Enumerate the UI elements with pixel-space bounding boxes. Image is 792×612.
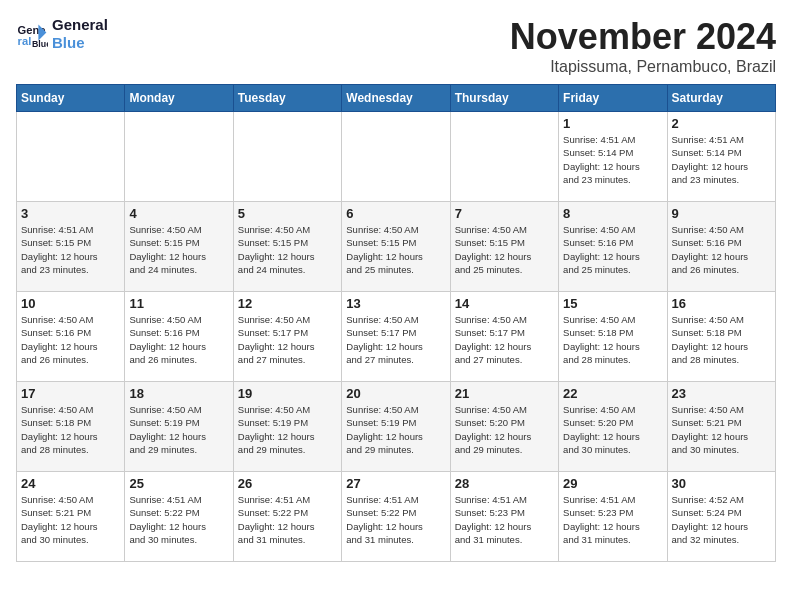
weekday-header: Friday [559, 85, 667, 112]
day-number: 6 [346, 206, 445, 221]
day-number: 28 [455, 476, 554, 491]
logo: Gene ral Blue General Blue [16, 16, 108, 52]
calendar-week-row: 24Sunrise: 4:50 AMSunset: 5:21 PMDayligh… [17, 472, 776, 562]
weekday-header: Sunday [17, 85, 125, 112]
day-info: Sunrise: 4:50 AMSunset: 5:17 PMDaylight:… [455, 313, 554, 366]
calendar-cell: 19Sunrise: 4:50 AMSunset: 5:19 PMDayligh… [233, 382, 341, 472]
day-info: Sunrise: 4:50 AMSunset: 5:21 PMDaylight:… [21, 493, 120, 546]
calendar-cell: 7Sunrise: 4:50 AMSunset: 5:15 PMDaylight… [450, 202, 558, 292]
day-info: Sunrise: 4:51 AMSunset: 5:22 PMDaylight:… [129, 493, 228, 546]
day-info: Sunrise: 4:51 AMSunset: 5:23 PMDaylight:… [455, 493, 554, 546]
day-number: 24 [21, 476, 120, 491]
day-number: 19 [238, 386, 337, 401]
calendar-cell: 5Sunrise: 4:50 AMSunset: 5:15 PMDaylight… [233, 202, 341, 292]
day-info: Sunrise: 4:50 AMSunset: 5:19 PMDaylight:… [238, 403, 337, 456]
day-info: Sunrise: 4:50 AMSunset: 5:21 PMDaylight:… [672, 403, 771, 456]
day-info: Sunrise: 4:51 AMSunset: 5:14 PMDaylight:… [672, 133, 771, 186]
calendar-cell: 13Sunrise: 4:50 AMSunset: 5:17 PMDayligh… [342, 292, 450, 382]
day-number: 21 [455, 386, 554, 401]
day-info: Sunrise: 4:50 AMSunset: 5:15 PMDaylight:… [455, 223, 554, 276]
day-number: 8 [563, 206, 662, 221]
day-info: Sunrise: 4:52 AMSunset: 5:24 PMDaylight:… [672, 493, 771, 546]
calendar-cell [233, 112, 341, 202]
day-info: Sunrise: 4:50 AMSunset: 5:15 PMDaylight:… [238, 223, 337, 276]
calendar-cell: 21Sunrise: 4:50 AMSunset: 5:20 PMDayligh… [450, 382, 558, 472]
calendar-cell: 27Sunrise: 4:51 AMSunset: 5:22 PMDayligh… [342, 472, 450, 562]
day-number: 13 [346, 296, 445, 311]
day-info: Sunrise: 4:50 AMSunset: 5:16 PMDaylight:… [672, 223, 771, 276]
day-info: Sunrise: 4:51 AMSunset: 5:23 PMDaylight:… [563, 493, 662, 546]
calendar-cell: 3Sunrise: 4:51 AMSunset: 5:15 PMDaylight… [17, 202, 125, 292]
day-info: Sunrise: 4:50 AMSunset: 5:20 PMDaylight:… [563, 403, 662, 456]
day-info: Sunrise: 4:51 AMSunset: 5:15 PMDaylight:… [21, 223, 120, 276]
day-number: 17 [21, 386, 120, 401]
calendar-cell: 1Sunrise: 4:51 AMSunset: 5:14 PMDaylight… [559, 112, 667, 202]
calendar-cell: 16Sunrise: 4:50 AMSunset: 5:18 PMDayligh… [667, 292, 775, 382]
day-info: Sunrise: 4:51 AMSunset: 5:22 PMDaylight:… [238, 493, 337, 546]
calendar-cell [342, 112, 450, 202]
calendar-title: November 2024 [510, 16, 776, 58]
logo-line2: Blue [52, 34, 108, 52]
calendar-week-row: 1Sunrise: 4:51 AMSunset: 5:14 PMDaylight… [17, 112, 776, 202]
day-number: 5 [238, 206, 337, 221]
calendar-cell: 24Sunrise: 4:50 AMSunset: 5:21 PMDayligh… [17, 472, 125, 562]
day-info: Sunrise: 4:50 AMSunset: 5:18 PMDaylight:… [563, 313, 662, 366]
day-info: Sunrise: 4:50 AMSunset: 5:17 PMDaylight:… [238, 313, 337, 366]
weekday-header: Monday [125, 85, 233, 112]
calendar-cell: 28Sunrise: 4:51 AMSunset: 5:23 PMDayligh… [450, 472, 558, 562]
day-info: Sunrise: 4:50 AMSunset: 5:18 PMDaylight:… [672, 313, 771, 366]
day-info: Sunrise: 4:51 AMSunset: 5:22 PMDaylight:… [346, 493, 445, 546]
day-info: Sunrise: 4:51 AMSunset: 5:14 PMDaylight:… [563, 133, 662, 186]
page-header: Gene ral Blue General Blue November 2024… [16, 16, 776, 76]
day-info: Sunrise: 4:50 AMSunset: 5:15 PMDaylight:… [346, 223, 445, 276]
day-info: Sunrise: 4:50 AMSunset: 5:16 PMDaylight:… [563, 223, 662, 276]
day-number: 4 [129, 206, 228, 221]
day-number: 11 [129, 296, 228, 311]
day-info: Sunrise: 4:50 AMSunset: 5:18 PMDaylight:… [21, 403, 120, 456]
day-number: 26 [238, 476, 337, 491]
day-number: 27 [346, 476, 445, 491]
day-number: 2 [672, 116, 771, 131]
calendar-cell: 30Sunrise: 4:52 AMSunset: 5:24 PMDayligh… [667, 472, 775, 562]
calendar-week-row: 10Sunrise: 4:50 AMSunset: 5:16 PMDayligh… [17, 292, 776, 382]
day-number: 15 [563, 296, 662, 311]
logo-line1: General [52, 16, 108, 34]
calendar-cell: 17Sunrise: 4:50 AMSunset: 5:18 PMDayligh… [17, 382, 125, 472]
day-number: 10 [21, 296, 120, 311]
header-row: SundayMondayTuesdayWednesdayThursdayFrid… [17, 85, 776, 112]
day-info: Sunrise: 4:50 AMSunset: 5:16 PMDaylight:… [21, 313, 120, 366]
calendar-week-row: 3Sunrise: 4:51 AMSunset: 5:15 PMDaylight… [17, 202, 776, 292]
weekday-header: Thursday [450, 85, 558, 112]
day-number: 7 [455, 206, 554, 221]
calendar-header: SundayMondayTuesdayWednesdayThursdayFrid… [17, 85, 776, 112]
day-info: Sunrise: 4:50 AMSunset: 5:19 PMDaylight:… [129, 403, 228, 456]
day-info: Sunrise: 4:50 AMSunset: 5:15 PMDaylight:… [129, 223, 228, 276]
day-number: 9 [672, 206, 771, 221]
svg-text:Blue: Blue [32, 39, 48, 49]
calendar-cell: 20Sunrise: 4:50 AMSunset: 5:19 PMDayligh… [342, 382, 450, 472]
day-number: 14 [455, 296, 554, 311]
calendar-cell [17, 112, 125, 202]
calendar-table: SundayMondayTuesdayWednesdayThursdayFrid… [16, 84, 776, 562]
day-number: 25 [129, 476, 228, 491]
calendar-cell: 2Sunrise: 4:51 AMSunset: 5:14 PMDaylight… [667, 112, 775, 202]
calendar-subtitle: Itapissuma, Pernambuco, Brazil [510, 58, 776, 76]
calendar-cell: 23Sunrise: 4:50 AMSunset: 5:21 PMDayligh… [667, 382, 775, 472]
weekday-header: Tuesday [233, 85, 341, 112]
calendar-cell: 22Sunrise: 4:50 AMSunset: 5:20 PMDayligh… [559, 382, 667, 472]
day-info: Sunrise: 4:50 AMSunset: 5:20 PMDaylight:… [455, 403, 554, 456]
day-number: 23 [672, 386, 771, 401]
calendar-cell: 6Sunrise: 4:50 AMSunset: 5:15 PMDaylight… [342, 202, 450, 292]
calendar-cell: 4Sunrise: 4:50 AMSunset: 5:15 PMDaylight… [125, 202, 233, 292]
calendar-week-row: 17Sunrise: 4:50 AMSunset: 5:18 PMDayligh… [17, 382, 776, 472]
day-number: 16 [672, 296, 771, 311]
day-number: 1 [563, 116, 662, 131]
calendar-cell: 9Sunrise: 4:50 AMSunset: 5:16 PMDaylight… [667, 202, 775, 292]
day-info: Sunrise: 4:50 AMSunset: 5:16 PMDaylight:… [129, 313, 228, 366]
calendar-cell: 14Sunrise: 4:50 AMSunset: 5:17 PMDayligh… [450, 292, 558, 382]
calendar-cell: 15Sunrise: 4:50 AMSunset: 5:18 PMDayligh… [559, 292, 667, 382]
day-number: 22 [563, 386, 662, 401]
day-number: 30 [672, 476, 771, 491]
logo-icon: Gene ral Blue [16, 18, 48, 50]
weekday-header: Wednesday [342, 85, 450, 112]
